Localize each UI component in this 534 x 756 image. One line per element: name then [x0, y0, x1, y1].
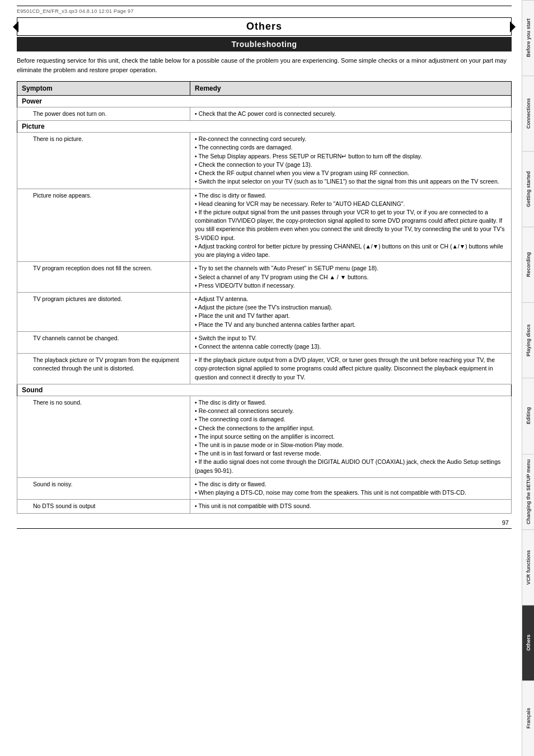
table-row: The playback picture or TV program from …	[17, 354, 512, 384]
remedy-cell: • Try to set the channels with "Auto Pre…	[190, 262, 512, 293]
remedy-cell: • This unit is not compatible with DTS s…	[190, 500, 512, 513]
remedy-cell: • The disc is dirty or flawed.• Re-conne…	[190, 396, 512, 477]
symptom-cell: TV program reception does not fill the s…	[17, 262, 190, 293]
bottom-rule	[17, 528, 512, 529]
symptom-cell: Sound is noisy.	[17, 477, 190, 499]
table-row: The power does not turn on.• Check that …	[17, 107, 512, 121]
symptom-cell: There is no sound.	[17, 396, 190, 477]
symptom-cell: TV program pictures are distorted.	[17, 292, 190, 331]
table-row: There is no picture.• Re-connect the con…	[17, 133, 512, 189]
file-info: E9501CD_EN/FR_v3.qx3 04.8.10 12:01 Page …	[17, 8, 512, 14]
sidebar-tab[interactable]: Changing the SETUP menu	[522, 454, 534, 529]
symptom-cell: TV channels cannot be changed.	[17, 331, 190, 353]
sidebar-tab[interactable]: Playing discs	[522, 302, 534, 378]
remedy-cell: • The disc is dirty or flawed.• When pla…	[190, 477, 512, 499]
sidebar-tab[interactable]: Connections	[522, 76, 534, 151]
symptom-cell: There is no picture.	[17, 133, 190, 189]
sidebar-tab[interactable]: Recording	[522, 227, 534, 302]
top-rule	[17, 6, 512, 6]
remedy-cell: • Check that the AC power cord is connec…	[190, 107, 512, 121]
remedy-cell: • The disc is dirty or flawed.• Head cle…	[190, 189, 512, 262]
page-title-bar: Others	[17, 17, 512, 36]
section-title: Troubleshooting	[231, 40, 297, 49]
sidebar-tab[interactable]: Others	[522, 605, 534, 680]
sidebar-tab[interactable]: Français	[522, 680, 534, 756]
remedy-cell: • Re-connect the connecting cord securel…	[190, 133, 512, 189]
remedy-cell: • If the playback picture output from a …	[190, 354, 512, 384]
symptom-cell: No DTS sound is output	[17, 500, 190, 513]
troubleshoot-table: SymptomRemedyPowerThe power does not tur…	[17, 81, 512, 514]
sidebar-tab[interactable]: Before you start	[522, 0, 534, 76]
category-label: Sound	[17, 384, 512, 396]
table-row: Picture noise appears.• The disc is dirt…	[17, 189, 512, 262]
right-sidebar: Before you startConnectionsGetting start…	[522, 0, 534, 756]
table-row: TV program pictures are distorted.• Adju…	[17, 292, 512, 331]
table-row: No DTS sound is output• This unit is not…	[17, 500, 512, 513]
table-header: Remedy	[190, 82, 512, 96]
symptom-cell: The power does not turn on.	[17, 107, 190, 121]
section-title-bar: Troubleshooting	[17, 37, 512, 51]
table-row: TV program reception does not fill the s…	[17, 262, 512, 293]
table-row: Sound is noisy.• The disc is dirty or fl…	[17, 477, 512, 499]
sidebar-tab[interactable]: Getting started	[522, 151, 534, 227]
table-row: TV channels cannot be changed.• Switch t…	[17, 331, 512, 353]
category-label: Power	[17, 96, 512, 107]
category-label: Picture	[17, 121, 512, 133]
symptom-cell: Picture noise appears.	[17, 189, 190, 262]
table-row: There is no sound.• The disc is dirty or…	[17, 396, 512, 477]
intro-text: Before requesting service for this unit,…	[17, 56, 512, 74]
remedy-cell: • Switch the input to TV.• Connect the a…	[190, 331, 512, 353]
page-number: 97	[17, 519, 512, 526]
table-header: Symptom	[17, 82, 190, 96]
page-title: Others	[246, 21, 282, 32]
remedy-cell: • Adjust TV antenna.• Adjust the picture…	[190, 292, 512, 331]
sidebar-tab[interactable]: VCR functions	[522, 529, 534, 605]
sidebar-tab[interactable]: Editing	[522, 378, 534, 453]
symptom-cell: The playback picture or TV program from …	[17, 354, 190, 384]
